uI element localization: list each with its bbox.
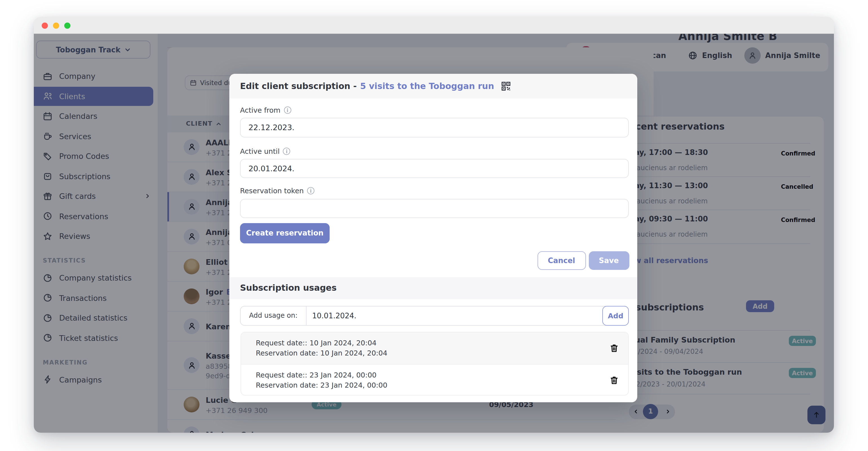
info-icon: i [283, 148, 290, 155]
info-icon: i [284, 106, 291, 114]
delete-usage-button[interactable] [609, 375, 619, 385]
usages-list: Request date:: 10 Jan 2024, 20:04 Reserv… [241, 332, 629, 395]
usage-reservation-date: Reservation date: 10 Jan 2024, 20:04 [256, 348, 628, 358]
zoom-window-button[interactable] [64, 22, 70, 28]
minimize-window-button[interactable] [53, 22, 59, 28]
active-until-input[interactable] [240, 159, 629, 178]
usage-item: Request date:: 23 Jan 2024, 00:00 Reserv… [241, 364, 628, 395]
reservation-token-label: Reservation token [240, 187, 304, 195]
edit-subscription-modal: Edit client subscription - 5 visits to t… [229, 74, 637, 402]
subscription-usages-heading: Subscription usages [229, 277, 637, 299]
active-until-label: Active until [240, 147, 280, 156]
create-reservation-button[interactable]: Create reservation [240, 223, 330, 243]
usage-request-date: Request date:: 10 Jan 2024, 20:04 [256, 338, 628, 348]
add-usage-button[interactable]: Add [602, 305, 629, 326]
subscription-link[interactable]: 5 visits to the Toboggan run [360, 81, 494, 91]
qr-code-icon[interactable] [501, 81, 511, 91]
save-button[interactable]: Save [589, 251, 629, 269]
close-window-button[interactable] [41, 22, 48, 28]
app-window: Annija Smilte B Client groups: All | Stu… [34, 17, 834, 433]
active-from-label: Active from [240, 106, 280, 115]
add-usage-label: Add usage on: [241, 306, 307, 325]
usage-item: Request date:: 10 Jan 2024, 20:04 Reserv… [241, 332, 628, 364]
cancel-button[interactable]: Cancel [537, 251, 586, 269]
info-icon: i [307, 187, 314, 194]
screen: Annija Smilte B Client groups: All | Stu… [0, 0, 868, 451]
reservation-token-input[interactable] [240, 199, 629, 218]
add-usage-row: Add usage on: Add [240, 305, 629, 326]
add-usage-date-input[interactable] [312, 306, 600, 325]
active-from-input[interactable] [240, 118, 629, 137]
modal-title: Edit client subscription - [240, 81, 356, 91]
app-content: Annija Smilte B Client groups: All | Stu… [34, 34, 834, 433]
modal-header: Edit client subscription - 5 visits to t… [229, 74, 637, 99]
usage-request-date: Request date:: 23 Jan 2024, 00:00 [256, 370, 628, 380]
usage-reservation-date: Reservation date: 23 Jan 2024, 00:00 [256, 380, 628, 390]
delete-usage-button[interactable] [609, 343, 619, 353]
window-titlebar [34, 17, 834, 34]
